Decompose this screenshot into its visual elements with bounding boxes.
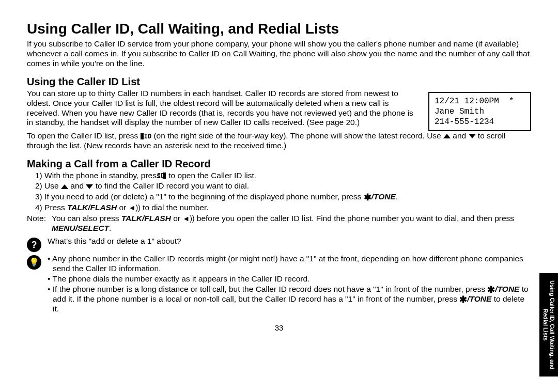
star-icon: ✱	[459, 294, 467, 305]
tone-key-label: /TONE	[495, 285, 519, 293]
down-arrow-icon	[86, 184, 93, 189]
id-key-icon: ID	[141, 133, 151, 139]
open-caller-id-paragraph: To open the Caller ID list, press ID (on…	[27, 131, 531, 151]
page-title: Using Caller ID, Call Waiting, and Redia…	[27, 21, 531, 37]
caller-id-storage-paragraph: You can store up to thirty Caller ID num…	[27, 89, 419, 128]
bullet-2: • The phone dials the number exactly as …	[48, 274, 531, 284]
lcd-line-3: 214-555-1234	[435, 117, 494, 127]
speaker-icon: ◄))	[129, 204, 141, 212]
section-heading-making-call: Making a Call from a Caller ID Record	[27, 158, 531, 170]
up-arrow-icon	[61, 184, 68, 189]
bullet-3: • If the phone number is a long distance…	[48, 285, 531, 314]
speaker-icon: ◄))	[182, 215, 194, 223]
talkflash-key-label: TALK/FLASH	[121, 214, 171, 223]
lcd-line-1: 12/21 12:00PM *	[435, 97, 514, 106]
menuselect-key-label: MENU/SELECT	[52, 224, 109, 232]
bullet-1: • Any phone number in the Caller ID reco…	[48, 254, 531, 274]
step-4: 4) Press TALK/FLASH or ◄)) to dial the n…	[35, 203, 531, 213]
talkflash-key-label: TALK/FLASH	[67, 203, 117, 212]
star-icon: ✱	[364, 192, 371, 202]
lightbulb-icon: 💡	[27, 255, 41, 270]
tone-key-label: /TONE	[371, 192, 396, 201]
id-key-icon: ID	[163, 173, 166, 179]
star-icon: ✱	[487, 285, 495, 295]
page-number: 33	[27, 323, 531, 332]
step-2: 2) Use and to find the Caller ID record …	[35, 181, 531, 191]
hint-question: What's this "add or delete a 1" about?	[48, 237, 531, 246]
note-label: Note:	[27, 214, 52, 224]
note-row: Note: You can also press TALK/FLASH or ◄…	[27, 214, 531, 234]
section-heading-caller-id-list: Using the Caller ID List	[27, 76, 531, 88]
question-icon: ?	[27, 238, 41, 252]
step-1: 1) With the phone in standby, press ID t…	[35, 171, 531, 181]
lcd-display-example: 12/21 12:00PM * Jane Smith 214-555-1234	[428, 92, 531, 131]
down-arrow-icon	[469, 134, 476, 138]
side-tab: Using Caller ID, Call Waiting, and Redia…	[539, 273, 558, 377]
tone-key-label: /TONE	[467, 294, 491, 303]
note-text: You can also press TALK/FLASH or ◄)) bef…	[52, 214, 531, 233]
step-3: 3) If you need to add (or delete) a "1" …	[35, 192, 531, 202]
up-arrow-icon	[443, 134, 451, 138]
lcd-line-2: Jane Smith	[435, 107, 484, 116]
intro-paragraph: If you subscribe to Caller ID service fr…	[27, 39, 531, 69]
